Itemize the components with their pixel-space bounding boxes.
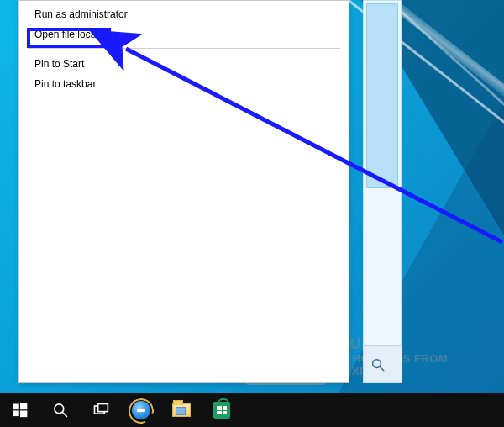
windows-store-button[interactable] bbox=[202, 393, 242, 427]
scrollbar-thumb[interactable] bbox=[366, 3, 398, 188]
svg-rect-17 bbox=[13, 410, 19, 416]
taskbar bbox=[0, 393, 504, 427]
start-button[interactable] bbox=[0, 393, 40, 427]
svg-rect-16 bbox=[20, 403, 27, 409]
windows-store-icon bbox=[213, 402, 230, 419]
svg-line-13 bbox=[380, 366, 384, 371]
taskview-icon bbox=[92, 402, 109, 419]
context-menu: Run as administrator Open file location … bbox=[18, 0, 349, 383]
taskbar-search-button[interactable] bbox=[40, 393, 81, 427]
svg-rect-22 bbox=[98, 404, 108, 412]
start-icon bbox=[12, 402, 29, 419]
svg-line-20 bbox=[63, 413, 67, 417]
menu-separator bbox=[28, 48, 340, 49]
search-icon bbox=[370, 357, 386, 372]
taskview-button[interactable] bbox=[81, 393, 121, 427]
scrollbar-track[interactable] bbox=[364, 1, 401, 345]
start-search-panel bbox=[363, 0, 402, 383]
search-cell[interactable] bbox=[364, 345, 402, 382]
menu-item-pin-to-taskbar[interactable]: Pin to taskbar bbox=[19, 74, 349, 94]
file-explorer-icon bbox=[172, 403, 191, 417]
internet-explorer-button[interactable] bbox=[121, 393, 161, 427]
svg-rect-15 bbox=[13, 404, 19, 410]
file-explorer-button[interactable] bbox=[161, 393, 202, 427]
menu-item-open-file-location[interactable]: Open file location bbox=[19, 24, 349, 45]
menu-item-run-as-administrator[interactable]: Run as administrator bbox=[19, 4, 349, 24]
internet-explorer-icon bbox=[132, 401, 150, 419]
menu-item-pin-to-start[interactable]: Pin to Start bbox=[19, 54, 349, 74]
search-icon bbox=[52, 402, 69, 419]
svg-rect-18 bbox=[20, 410, 27, 417]
